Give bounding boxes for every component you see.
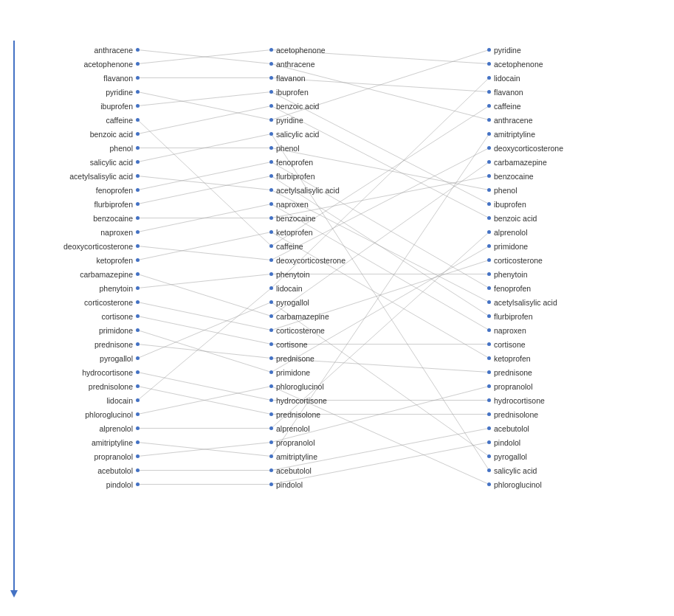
compound-dot — [269, 454, 273, 458]
list-item: acetylsalisylic acid — [37, 169, 140, 183]
compound-dot — [136, 384, 140, 388]
compound-dot — [269, 202, 273, 206]
compound-name: ketoprofen — [276, 228, 313, 237]
list-item: propranolol — [487, 379, 563, 393]
list-item: acebutolol — [487, 421, 563, 435]
compound-name: caffeine — [37, 116, 133, 125]
compound-dot — [136, 370, 140, 374]
list-item: propranolol — [37, 449, 140, 463]
compound-dot — [269, 314, 273, 318]
svg-line-6 — [138, 106, 272, 134]
list-item: flavanon — [37, 71, 140, 85]
list-item: caffeine — [37, 113, 140, 127]
compound-name: acebutolol — [276, 466, 312, 475]
compound-name: deoxycorticosterone — [494, 144, 563, 153]
list-item: prednisone — [37, 337, 140, 351]
compound-dot — [487, 188, 491, 192]
list-item: acetophenone — [269, 43, 345, 57]
compound-dot — [487, 356, 491, 360]
list-item: flurbiprofen — [37, 197, 140, 211]
compound-dot — [269, 272, 273, 276]
list-item: acebutolol — [269, 463, 345, 477]
compound-dot — [136, 132, 140, 136]
svg-line-15 — [138, 232, 272, 260]
list-item: phenol — [487, 183, 563, 197]
compound-dot — [136, 118, 140, 122]
compound-dot — [136, 62, 140, 66]
list-item: naproxen — [487, 323, 563, 337]
list-item: pindolol — [37, 477, 140, 491]
list-item: phloroglucinol — [269, 379, 345, 393]
compound-name: acetophenone — [276, 46, 326, 55]
compound-dot — [269, 216, 273, 220]
compound-dot — [269, 384, 273, 388]
list-item: alprenolol — [487, 225, 563, 239]
list-item: cortisone — [487, 337, 563, 351]
list-item: prednisolone — [487, 407, 563, 421]
compound-dot — [269, 482, 273, 486]
compound-dot — [269, 62, 273, 66]
compound-name: cortisone — [276, 340, 308, 349]
list-item: primidone — [487, 239, 563, 253]
compound-name: caffeine — [276, 242, 303, 251]
list-item: phloroglucinol — [487, 477, 563, 491]
compound-name: phenytoin — [276, 270, 310, 279]
compound-name: phloroglucinol — [276, 382, 324, 391]
compound-dot — [136, 48, 140, 52]
list-item: acetylsalisylic acid — [487, 295, 563, 309]
list-item: flurbiprofen — [487, 309, 563, 323]
compound-name: naproxen — [37, 228, 133, 237]
compound-name: phloroglucinol — [37, 410, 133, 419]
list-item: hydrocortisone — [269, 393, 345, 407]
compound-dot — [487, 426, 491, 430]
compound-name: benzoic acid — [276, 102, 319, 111]
compound-dot — [269, 258, 273, 262]
list-item: deoxycorticosterone — [37, 239, 140, 253]
list-item: salicylic acid — [487, 463, 563, 477]
compound-name: lidocain — [276, 284, 303, 293]
svg-line-1 — [138, 50, 272, 64]
compound-name: benzocaine — [494, 172, 534, 181]
svg-line-25 — [138, 288, 272, 401]
compound-dot — [136, 216, 140, 220]
compound-dot — [487, 272, 491, 276]
list-item: phenol — [37, 141, 140, 155]
compound-name: naproxen — [494, 326, 526, 335]
list-item: ibuprofen — [37, 99, 140, 113]
list-item: ketoprofen — [269, 225, 345, 239]
list-item: anthracene — [487, 113, 563, 127]
list-item: phloroglucinol — [37, 407, 140, 421]
list-item: phenol — [269, 141, 345, 155]
compound-name: phloroglucinol — [494, 480, 542, 489]
compound-dot — [487, 258, 491, 262]
list-item: hydrocortisone — [487, 393, 563, 407]
compound-name: fenoprofen — [494, 284, 531, 293]
compound-name: pyrogallol — [494, 452, 527, 461]
svg-line-28 — [138, 443, 272, 457]
compound-name: benzoic acid — [37, 130, 133, 139]
list-item: deoxycorticosterone — [487, 141, 563, 155]
compound-name: prednisone — [276, 354, 314, 363]
compound-name: anthracene — [37, 46, 133, 55]
list-item: acetophenone — [487, 57, 563, 71]
compound-dot — [487, 118, 491, 122]
compound-dot — [136, 188, 140, 192]
compound-name: propranolol — [276, 438, 315, 447]
compound-dot — [487, 398, 491, 402]
list-item: primidone — [37, 323, 140, 337]
compound-name: caffeine — [494, 102, 521, 111]
compound-dot — [269, 160, 273, 164]
compound-dot — [269, 132, 273, 136]
compound-name: acetophenone — [494, 60, 543, 69]
compound-name: carbamazepine — [276, 312, 329, 321]
list-item: carbamazepine — [487, 155, 563, 169]
list-item: acetylsalisylic acid — [269, 183, 345, 197]
svg-line-19 — [138, 316, 272, 345]
list-item: alprenolol — [37, 421, 140, 435]
list-item: salicylic acid — [269, 127, 345, 141]
compound-name: propranolol — [494, 382, 533, 391]
compound-name: ibuprofen — [276, 88, 309, 97]
list-item: benzocaine — [269, 211, 345, 225]
compound-dot — [136, 202, 140, 206]
compound-name: alprenolol — [276, 424, 310, 433]
